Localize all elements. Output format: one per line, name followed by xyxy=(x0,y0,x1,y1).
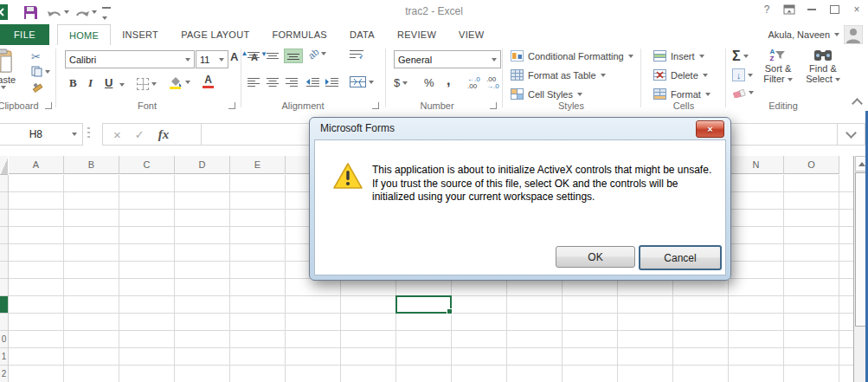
cancel-button[interactable]: Cancel xyxy=(639,245,722,270)
font-family-combo[interactable]: Calibri xyxy=(65,50,195,68)
increase-font-size-button[interactable]: A▲ xyxy=(230,50,248,63)
enter-formula-button[interactable]: ✓ xyxy=(135,128,145,141)
row-header-5[interactable] xyxy=(0,244,8,262)
tab-formulas[interactable]: FORMULAS xyxy=(260,24,338,45)
collapse-ribbon-button[interactable] xyxy=(853,99,861,109)
format-as-table-button[interactable]: Format as Table xyxy=(511,69,606,81)
fill-color-button[interactable] xyxy=(168,75,190,89)
paste-label: Paste xyxy=(0,74,16,85)
row-header-10[interactable]: 0 xyxy=(0,331,8,348)
row-header-11[interactable]: 1 xyxy=(0,348,8,366)
comma-style-button[interactable]: , xyxy=(447,73,450,88)
find-select-button[interactable]: Find &Select xyxy=(803,49,843,84)
clear-button[interactable] xyxy=(732,87,754,98)
insert-cells-button[interactable]: Insert xyxy=(653,50,704,62)
autosum-button[interactable]: Σ xyxy=(732,49,749,64)
column-header-O[interactable]: O xyxy=(784,156,839,174)
selected-cell-H8[interactable] xyxy=(395,295,452,314)
paste-button[interactable]: Paste xyxy=(0,49,16,89)
row-header-4[interactable] xyxy=(0,227,8,244)
orientation-icon: ab xyxy=(306,46,321,61)
align-left-button[interactable] xyxy=(248,77,260,87)
tab-data[interactable]: DATA xyxy=(338,24,386,45)
merge-center-button[interactable] xyxy=(350,76,374,87)
close-button[interactable]: × xyxy=(845,0,868,19)
decrease-decimal-button[interactable]: .00→.0 xyxy=(486,76,499,90)
cut-button[interactable]: ✂ xyxy=(31,50,41,63)
conditional-formatting-button[interactable]: Conditional Formatting xyxy=(511,50,633,62)
row-header-12[interactable]: 2 xyxy=(0,366,8,382)
middle-align-button[interactable] xyxy=(267,51,279,61)
font-color-icon: A xyxy=(204,75,212,85)
copy-button[interactable] xyxy=(31,66,50,77)
decrease-indent-button[interactable] xyxy=(306,77,319,87)
underline-dropdown-icon[interactable] xyxy=(119,83,125,87)
tab-page-layout[interactable]: PAGE LAYOUT xyxy=(170,24,260,45)
formula-bar-grip[interactable] xyxy=(87,127,90,139)
percent-style-button[interactable]: % xyxy=(424,76,434,89)
increase-indent-button[interactable] xyxy=(325,77,338,87)
font-color-button[interactable]: A xyxy=(203,75,214,88)
row-header-9[interactable] xyxy=(0,314,8,331)
name-box[interactable]: H8 xyxy=(0,123,83,146)
minimize-button[interactable] xyxy=(800,0,823,19)
tab-home[interactable]: HOME xyxy=(57,24,111,45)
fill-button[interactable]: ↓ xyxy=(732,68,753,81)
column-header-C[interactable]: C xyxy=(119,156,175,174)
row-header-6[interactable] xyxy=(0,262,8,279)
user-account[interactable]: Akula, Naveen xyxy=(768,25,863,44)
top-align-button[interactable] xyxy=(248,51,260,61)
bottom-align-button[interactable] xyxy=(284,49,303,63)
delete-cells-button[interactable]: Delete xyxy=(653,69,708,81)
select-all-corner[interactable] xyxy=(0,156,8,175)
underline-button[interactable]: U xyxy=(105,76,113,89)
help-button[interactable]: ? xyxy=(755,0,778,19)
ribbon-display-options-button[interactable] xyxy=(778,0,800,19)
cancel-formula-button[interactable]: × xyxy=(113,127,121,142)
sort-filter-icon: AZ xyxy=(770,49,787,62)
fill-icon: ↓ xyxy=(732,68,745,81)
font-size-combo[interactable]: 11 xyxy=(196,50,228,68)
number-format-combo[interactable]: General xyxy=(394,50,501,68)
tab-file[interactable]: FILE xyxy=(0,24,49,45)
format-cells-button[interactable]: Format xyxy=(653,88,710,100)
dialog-close-button[interactable]: × xyxy=(696,120,724,138)
column-header-D[interactable]: D xyxy=(175,156,230,174)
ok-button[interactable]: OK xyxy=(556,246,635,268)
bold-button[interactable]: B xyxy=(69,76,77,90)
number-format-dropdown-icon xyxy=(492,58,497,62)
tab-insert[interactable]: INSERT xyxy=(111,24,170,45)
row-header-2[interactable] xyxy=(0,192,8,210)
alignment-dialog-launcher[interactable] xyxy=(372,102,379,109)
column-header-N[interactable]: N xyxy=(729,156,784,174)
wrap-text-button[interactable] xyxy=(350,49,363,60)
tab-review[interactable]: REVIEW xyxy=(386,24,447,45)
borders-button[interactable] xyxy=(137,78,157,90)
sort-filter-button[interactable]: AZ Sort &Filter xyxy=(758,49,798,84)
number-dialog-launcher[interactable] xyxy=(490,102,497,109)
row-header-8[interactable] xyxy=(0,296,8,314)
insert-function-button[interactable]: fx xyxy=(158,127,170,142)
row-header-7[interactable] xyxy=(0,279,8,296)
increase-decimal-button[interactable]: ←.0.00 xyxy=(467,76,480,90)
column-header-E[interactable]: E xyxy=(230,156,286,174)
column-header-B[interactable]: B xyxy=(64,156,119,174)
format-painter-button[interactable] xyxy=(31,81,44,93)
tab-view[interactable]: VIEW xyxy=(447,24,495,45)
format-as-table-icon xyxy=(511,69,524,81)
fill-handle[interactable] xyxy=(447,308,453,314)
row-header-3[interactable] xyxy=(0,210,8,227)
maximize-button[interactable] xyxy=(823,0,845,19)
italic-button[interactable]: I xyxy=(88,76,93,90)
orientation-button[interactable]: ab xyxy=(308,49,326,59)
expand-formula-bar-button[interactable] xyxy=(837,123,865,146)
font-dialog-launcher[interactable] xyxy=(228,102,235,109)
accounting-format-button[interactable]: $ xyxy=(394,76,408,89)
cell-styles-button[interactable]: Cell Styles xyxy=(511,88,582,100)
column-header-A[interactable]: A xyxy=(9,156,64,174)
align-right-button[interactable] xyxy=(286,77,298,87)
align-center-button[interactable] xyxy=(267,77,279,87)
bottom-align-icon xyxy=(287,51,299,61)
clipboard-dialog-launcher[interactable] xyxy=(45,102,52,109)
row-header-1[interactable] xyxy=(0,175,8,192)
